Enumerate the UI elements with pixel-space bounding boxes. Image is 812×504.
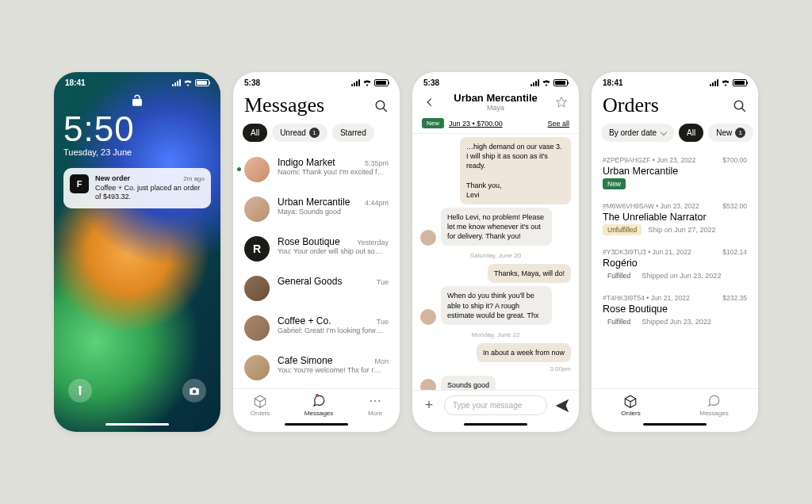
sort-dropdown[interactable]: By order date: [601, 124, 674, 142]
nav-messages[interactable]: Messages: [304, 394, 333, 417]
status-bar: 18:41: [54, 72, 220, 89]
svg-point-0: [376, 101, 385, 109]
star-button[interactable]: [553, 94, 569, 110]
notification-app-icon: F: [70, 174, 89, 193]
notification-body: Coffee + Co. just placed an order of $49…: [95, 184, 205, 202]
search-icon[interactable]: [374, 99, 389, 113]
status-icons: [530, 79, 568, 86]
status-time: 18:41: [65, 78, 86, 87]
order-item[interactable]: #ZPEP9AHGZF • Jun 23, 2022$700.00 Urban …: [603, 150, 747, 196]
unread-dot: [237, 167, 241, 171]
status-badge: New: [603, 178, 626, 189]
filter-unread[interactable]: Unread1: [272, 124, 327, 142]
status-badge: Fulfilled: [603, 270, 635, 281]
chat-icon: [707, 394, 721, 408]
unlock-icon: [130, 94, 144, 108]
status-time: 5:38: [423, 78, 439, 87]
lockscreen-phone: 18:41 5:50 Tuesday, 23 June F New order …: [54, 72, 220, 432]
camera-button[interactable]: [182, 379, 206, 403]
home-indicator[interactable]: [285, 423, 348, 426]
message-out: Thanks, Maya, will do!: [488, 264, 571, 283]
bottom-nav: Orders Messages More: [233, 388, 400, 418]
signal-icon: [351, 79, 360, 86]
wifi-icon: [183, 79, 193, 86]
compose-input[interactable]: Type your message: [444, 395, 547, 415]
battery-icon: [553, 79, 568, 86]
nav-orders[interactable]: Orders: [621, 394, 640, 417]
order-context-bar: New Jun 23 • $700.00 See all: [412, 115, 579, 134]
status-icons: [172, 79, 209, 86]
compose-row: + Type your message: [412, 390, 579, 418]
back-button[interactable]: [422, 94, 438, 110]
list-item[interactable]: Cafe SimoneMon You: You're welcome! Thx …: [233, 348, 400, 388]
list-item[interactable]: General GoodsTue: [233, 269, 400, 308]
chat-icon: [312, 394, 326, 408]
search-icon[interactable]: [733, 99, 747, 113]
filter-row: All Unread1 Starred: [233, 124, 400, 150]
order-link[interactable]: Jun 23 • $700.00: [449, 120, 503, 128]
attach-button[interactable]: +: [420, 397, 438, 414]
camera-icon: [189, 385, 200, 396]
order-item[interactable]: #M6W6VH9SAW • Jun 23, 2022$532.00 The Un…: [603, 196, 747, 242]
status-badge: Unfulfilled: [603, 224, 642, 235]
messages-phone: 5:38 Messages All Unread1 Starred Indigo…: [233, 72, 400, 432]
home-indicator[interactable]: [643, 423, 707, 426]
avatar: [244, 197, 270, 222]
status-bar: 5:38: [233, 72, 400, 89]
list-item[interactable]: R Rose BoutiqueYesterday You: Your order…: [233, 229, 400, 269]
lock-date: Tuesday, 23 June: [63, 147, 211, 157]
page-title: Messages: [233, 89, 335, 124]
dots-icon: [368, 394, 382, 408]
battery-icon: [374, 79, 389, 86]
status-bar: 18:41: [592, 72, 758, 89]
bottom-nav: Orders Messages: [592, 388, 758, 418]
timestamp: 3:00pm: [420, 365, 571, 372]
status-badge: Fulfilled: [603, 316, 635, 327]
avatar: [244, 315, 270, 341]
notification-time: 2m ago: [183, 175, 205, 183]
date-separator: Monday, June 22: [420, 331, 571, 338]
status-time: 5:38: [244, 78, 260, 87]
filter-all[interactable]: All: [243, 124, 267, 142]
conversation-title: Urban Mercantile: [438, 92, 553, 104]
wifi-icon: [721, 79, 730, 86]
status-icons: [710, 79, 747, 86]
home-indicator[interactable]: [464, 423, 527, 426]
nav-orders[interactable]: Orders: [251, 394, 270, 417]
notification-card[interactable]: F New order 2m ago Coffee + Co. just pla…: [63, 168, 211, 208]
nav-more[interactable]: More: [368, 394, 382, 417]
home-indicator[interactable]: [105, 423, 169, 426]
flashlight-button[interactable]: [68, 379, 92, 403]
notification-title: New order: [95, 174, 130, 184]
svg-line-1: [383, 108, 387, 112]
signal-icon: [172, 79, 181, 86]
svg-point-4: [378, 400, 380, 402]
orders-list[interactable]: #ZPEP9AHGZF • Jun 23, 2022$700.00 Urban …: [592, 150, 758, 388]
chat-body[interactable]: …high demand on our vase 3. I will ship …: [412, 134, 579, 390]
list-item[interactable]: Indigo Market5:35pm Naomi: Thank you! I'…: [233, 150, 400, 189]
send-button[interactable]: [553, 397, 571, 414]
filter-new[interactable]: New1: [708, 124, 753, 142]
wifi-icon: [362, 79, 372, 86]
list-item[interactable]: Urban Mercantile4:44pm Maya: Sounds good: [233, 189, 400, 229]
svg-line-6: [741, 108, 745, 112]
box-icon: [253, 394, 267, 408]
avatar: [420, 230, 436, 246]
svg-point-2: [370, 400, 372, 402]
filter-starred[interactable]: Starred: [332, 124, 374, 142]
list-item[interactable]: Coffee + Co.Tue Gabriel: Great! I'm look…: [233, 308, 400, 348]
status-bar: 5:38: [412, 72, 579, 89]
filter-all[interactable]: All: [679, 124, 703, 142]
flashlight-icon: [75, 385, 86, 396]
nav-messages[interactable]: Messages: [699, 394, 728, 417]
new-badge: New: [422, 118, 444, 128]
conversation-header: Urban Mercantile Maya: [412, 89, 579, 115]
see-all-link[interactable]: See all: [547, 120, 569, 128]
order-item[interactable]: #Y3DK3I9TU3 • Jun 21, 2022$102.14 Rogéri…: [603, 242, 747, 288]
svg-point-3: [374, 400, 376, 402]
date-separator: Saturday, June 20: [420, 252, 571, 259]
orders-phone: 18:41 Orders By order date All New1 Unfu…: [592, 72, 758, 432]
avatar: [244, 157, 270, 182]
order-item[interactable]: #T4HK3I9T54 • Jun 21, 2022$232.35 Rose B…: [603, 288, 747, 334]
message-list[interactable]: Indigo Market5:35pm Naomi: Thank you! I'…: [233, 150, 400, 388]
